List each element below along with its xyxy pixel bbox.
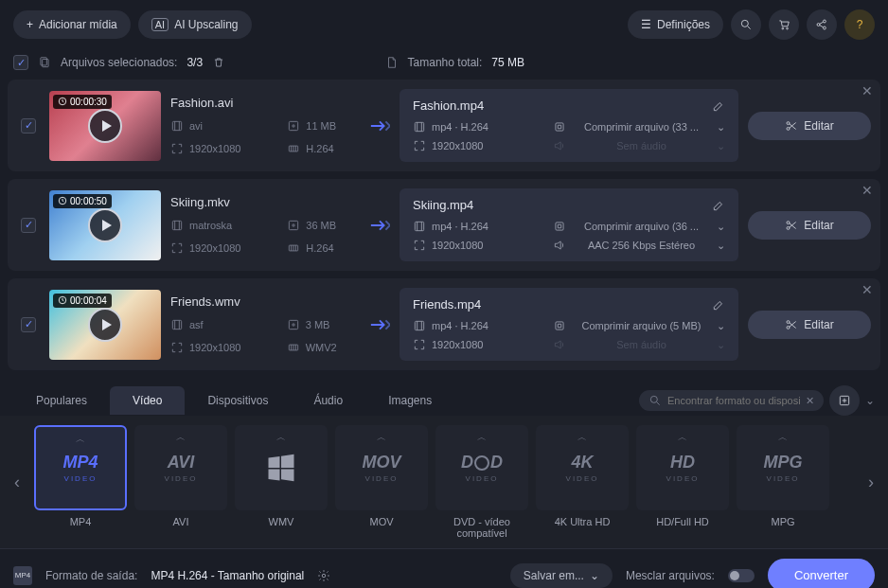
source-info: Fashion.avi avi 11 MB 1920x1080 H.264 — [170, 96, 360, 155]
share-button[interactable] — [807, 9, 837, 40]
svg-line-45 — [790, 223, 796, 228]
top-toolbar: + Adicionar mídia AI AI Upscaling ☰ Defi… — [0, 0, 888, 49]
format-card[interactable]: ︿ MOVVIDEO MOV — [335, 425, 428, 539]
svg-point-68 — [323, 574, 327, 578]
thumbnail: 00:00:30 — [49, 91, 161, 161]
remove-file-button[interactable]: ✕ — [861, 83, 873, 98]
film-icon — [413, 120, 426, 134]
edit-button[interactable]: Editar — [748, 211, 871, 240]
duration-value: 00:00:50 — [70, 196, 107, 206]
convert-button[interactable]: Converter — [768, 559, 875, 588]
svg-rect-60 — [556, 322, 563, 330]
format-card[interactable]: ︿ DDVIDEO DVD - vídeo compatível — [435, 425, 528, 539]
format-big-label: MPG — [763, 453, 802, 472]
merge-toggle[interactable] — [728, 569, 755, 582]
clock-icon — [58, 295, 67, 305]
audio-value: Sem áudio — [616, 339, 666, 350]
play-button[interactable] — [88, 109, 122, 143]
edit-name-icon[interactable] — [712, 298, 725, 312]
codec-value: H.264 — [287, 142, 360, 155]
edit-button[interactable]: Editar — [748, 112, 871, 140]
scissors-icon — [785, 219, 798, 232]
resolution-value: 1920x1080 — [170, 142, 264, 155]
tab-popular[interactable]: Populares — [13, 386, 110, 415]
chevron-down-icon: ⌄ — [717, 221, 725, 233]
tab-devices[interactable]: Dispositivos — [185, 386, 291, 415]
tab-video[interactable]: Vídeo — [110, 386, 185, 415]
edit-name-icon[interactable] — [712, 199, 725, 212]
format-card[interactable]: ︿ MP4VIDEO MP4 — [34, 425, 127, 539]
file-checkbox[interactable] — [21, 118, 36, 134]
select-all-checkbox[interactable] — [13, 55, 28, 70]
container-value: avi — [170, 119, 264, 133]
file-checkbox[interactable] — [21, 317, 36, 332]
format-card[interactable]: ︿ WMV — [235, 425, 328, 539]
format-search-input[interactable] — [667, 395, 800, 406]
scroll-right-button[interactable]: › — [861, 472, 880, 492]
chevron-down-icon[interactable]: ⌄ — [865, 394, 875, 407]
play-button[interactable] — [88, 308, 122, 342]
output-format-value: MP4 H.264 - Tamanho original — [151, 569, 304, 582]
search-icon — [739, 18, 753, 31]
svg-line-27 — [790, 123, 796, 129]
help-icon: ? — [857, 18, 863, 31]
filesize-value: 36 MB — [287, 219, 360, 232]
chevron-up-icon: ︿ — [176, 431, 186, 444]
gear-icon[interactable] — [317, 569, 330, 582]
remove-file-button[interactable]: ✕ — [861, 183, 873, 198]
output-resolution-value: 1920x1080 — [432, 339, 483, 350]
format-big-label: MOV — [362, 453, 400, 472]
edit-name-icon[interactable] — [712, 99, 725, 113]
compress-dropdown[interactable]: Comprimir arquivo (36 ...⌄ — [553, 220, 725, 233]
format-strip: ‹ ︿ MP4VIDEO MP4 ︿ AVIVIDEO AVI ︿ WMV ︿ … — [0, 416, 888, 548]
svg-line-8 — [820, 26, 824, 27]
svg-point-5 — [823, 20, 826, 23]
help-button[interactable]: ? — [844, 9, 875, 40]
save-location-dropdown[interactable]: Salvar em... ⌄ — [510, 563, 613, 588]
ai-upscaling-button[interactable]: AI AI Upscaling — [138, 10, 252, 39]
format-card[interactable]: ︿ 4KVIDEO 4K Ultra HD — [536, 425, 629, 539]
add-format-button[interactable] — [829, 385, 860, 416]
trash-icon[interactable] — [212, 56, 225, 69]
compress-dropdown[interactable]: Comprimir arquivo (5 MB)⌄ — [553, 319, 725, 332]
format-sub-label: VIDEO — [165, 474, 198, 483]
speaker-icon — [553, 139, 566, 152]
format-search[interactable]: ✕ — [639, 390, 824, 411]
svg-line-64 — [790, 321, 796, 327]
cart-button[interactable] — [769, 9, 799, 40]
file-checkbox[interactable] — [21, 218, 36, 233]
format-box: ︿ 4KVIDEO — [536, 425, 629, 510]
audio-dropdown[interactable]: Sem áudio⌄ — [553, 338, 725, 351]
scroll-left-button[interactable]: ‹ — [8, 472, 27, 492]
format-card[interactable]: ︿ AVIVIDEO AVI — [134, 425, 227, 539]
windows-icon — [264, 451, 298, 485]
tab-audio[interactable]: Áudio — [291, 386, 365, 415]
duration-badge: 00:00:04 — [53, 294, 112, 308]
source-filename: Skiing.mkv — [170, 195, 360, 209]
tab-images[interactable]: Imagens — [365, 386, 454, 415]
play-button[interactable] — [88, 208, 122, 242]
compress-dropdown[interactable]: Comprimir arquivo (33 ...⌄ — [553, 120, 725, 134]
chevron-up-icon: ︿ — [276, 431, 286, 444]
output-format-label: Formato de saída: — [45, 569, 137, 582]
remove-file-button[interactable]: ✕ — [861, 282, 873, 297]
svg-line-1 — [748, 27, 751, 29]
output-filename: Fashion.mp4 — [413, 98, 484, 113]
format-card[interactable]: ︿ MPGVIDEO MPG — [737, 425, 829, 539]
format-card[interactable]: ︿ HDVIDEO HD/Full HD — [636, 425, 729, 539]
format-caption: MOV — [335, 516, 428, 527]
compress-value: Comprimir arquivo (5 MB) — [582, 320, 702, 331]
chevron-up-icon: ︿ — [76, 433, 85, 446]
film-icon — [413, 220, 426, 233]
clear-icon[interactable]: ✕ — [806, 395, 814, 407]
edit-button[interactable]: Editar — [748, 311, 871, 339]
svg-rect-15 — [290, 121, 298, 130]
settings-button[interactable]: ☰ Definições — [628, 10, 723, 39]
add-media-button[interactable]: + Adicionar mídia — [13, 10, 131, 39]
audio-dropdown[interactable]: AAC 256 Kbps Estéreo⌄ — [553, 239, 725, 252]
svg-point-52 — [293, 324, 294, 326]
chevron-up-icon: ︿ — [577, 431, 587, 444]
search-button[interactable] — [731, 9, 761, 40]
audio-dropdown[interactable]: Sem áudio⌄ — [553, 139, 725, 152]
format-big-label: AVI — [168, 453, 195, 472]
